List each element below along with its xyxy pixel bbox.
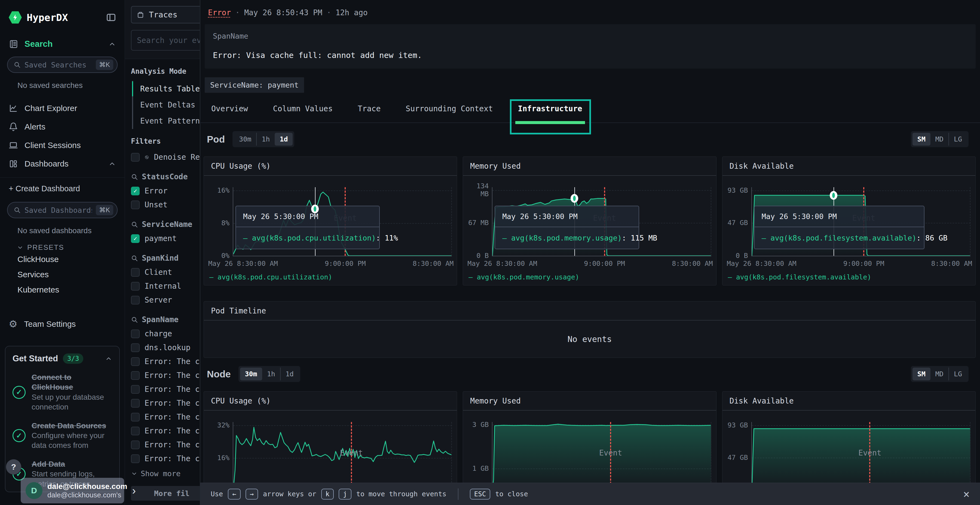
event-marker-label: Event xyxy=(599,448,622,457)
preset-clickhouse[interactable]: ClickHouse xyxy=(18,252,125,267)
saved-searches-input[interactable]: ⌘K xyxy=(7,57,118,73)
checkbox[interactable] xyxy=(131,268,140,277)
tab-surrounding-context[interactable]: Surrounding Context xyxy=(406,104,493,122)
filter-option[interactable]: Error: The cr xyxy=(125,354,200,368)
sidebar-item-client-sessions[interactable]: Client Sessions xyxy=(0,136,125,154)
get-started-step[interactable]: ✓Create Data SourcesConfigure where your… xyxy=(13,421,112,451)
analysis-mode-event-deltas[interactable]: Event Deltas xyxy=(132,97,200,113)
filter-option[interactable]: Error: The cr xyxy=(125,438,200,452)
filter-option[interactable]: Error: The cr xyxy=(125,452,200,465)
sidebar-item-search[interactable]: Search xyxy=(0,24,125,49)
preset-kubernetes[interactable]: Kubernetes xyxy=(18,282,125,297)
denoise-filter[interactable]: Denoise Re xyxy=(125,150,200,164)
x-axis-tick: 9:00:00 PM xyxy=(584,260,625,267)
checkbox[interactable]: ✓ xyxy=(131,187,140,195)
tab-column-values[interactable]: Column Values xyxy=(273,104,332,122)
filter-option[interactable]: Error: The cr xyxy=(125,382,200,396)
denoise-checkbox[interactable] xyxy=(131,153,140,162)
get-started-header[interactable]: Get Started 3/3 xyxy=(13,353,112,364)
tab-overview[interactable]: Overview xyxy=(211,104,248,122)
checkbox[interactable] xyxy=(131,357,140,366)
presets-toggle[interactable]: PRESETS xyxy=(17,243,125,252)
j-key[interactable]: j xyxy=(339,489,351,500)
event-search-input[interactable] xyxy=(131,30,200,51)
filter-option[interactable]: ✓payment xyxy=(125,232,200,245)
esc-key[interactable]: ESC xyxy=(470,489,490,500)
close-icon[interactable]: × xyxy=(963,488,970,500)
saved-dashboards-input[interactable]: ⌘K xyxy=(7,202,118,218)
tab-trace[interactable]: Trace xyxy=(358,104,380,122)
filter-option[interactable]: Unset xyxy=(125,198,200,212)
get-started-step[interactable]: ✓Connect to ClickHouseSet up your databa… xyxy=(13,373,112,412)
checkbox[interactable] xyxy=(131,440,140,449)
filter-option[interactable]: Error: The cr xyxy=(125,368,200,382)
arrow-right-key[interactable]: → xyxy=(245,489,258,500)
filter-group-label: StatusCode xyxy=(142,172,188,181)
show-more-button[interactable]: Show more xyxy=(125,465,200,478)
chart-title: Disk Available xyxy=(722,392,975,411)
more-filters-button[interactable]: More fil xyxy=(131,486,200,501)
infrastructure-content: Pod 30m1h1d SMMDLG CPU Usage (%)16%8%0%E… xyxy=(200,131,980,505)
user-menu[interactable]: D dale@clickhouse.com dale@clickhouse.co… xyxy=(21,478,124,503)
segment-option-30m[interactable]: 30m xyxy=(234,133,256,146)
service-name-chip[interactable]: ServiceName: payment xyxy=(205,77,304,93)
segment-option-md[interactable]: MD xyxy=(931,368,948,380)
segment-option-sm[interactable]: SM xyxy=(913,133,931,146)
collapse-sidebar-icon[interactable] xyxy=(106,12,116,23)
source-select[interactable]: Traces xyxy=(131,6,200,24)
filter-option[interactable]: Server xyxy=(125,293,200,307)
k-key[interactable]: k xyxy=(321,489,334,500)
sidebar-item-dashboards[interactable]: Dashboards xyxy=(0,154,125,173)
filter-option[interactable]: Error: The cr xyxy=(125,424,200,438)
filter-option[interactable]: ✓Error xyxy=(125,184,200,198)
saved-dashboards-field[interactable] xyxy=(24,206,92,214)
filter-option[interactable]: Internal xyxy=(125,279,200,293)
segment-option-1h[interactable]: 1h xyxy=(262,368,280,380)
event-search-field[interactable] xyxy=(137,36,200,45)
filter-option[interactable]: Client xyxy=(125,265,200,279)
segment-option-md[interactable]: MD xyxy=(931,133,948,146)
analysis-mode-results-table[interactable]: Results Table xyxy=(132,81,200,97)
checkbox[interactable] xyxy=(131,427,140,435)
segment-option-1d[interactable]: 1d xyxy=(280,368,299,380)
saved-searches-field[interactable] xyxy=(24,61,92,69)
nav-label: Team Settings xyxy=(24,319,76,329)
filter-option[interactable]: Error: The cr xyxy=(125,410,200,424)
checkbox[interactable] xyxy=(131,371,140,380)
sidebar-item-chart-explorer[interactable]: Chart Explorer xyxy=(0,99,125,118)
help-button[interactable]: ? xyxy=(6,459,21,475)
segment-option-1h[interactable]: 1h xyxy=(256,133,275,146)
checkbox[interactable] xyxy=(131,399,140,408)
checkbox[interactable] xyxy=(131,454,140,463)
chevron-up-icon[interactable] xyxy=(105,355,112,362)
sidebar-item-alerts[interactable]: Alerts xyxy=(0,118,125,136)
checkbox[interactable] xyxy=(131,329,140,338)
segment-option-1d[interactable]: 1d xyxy=(275,133,293,146)
checkbox[interactable] xyxy=(131,385,140,394)
checkbox[interactable] xyxy=(131,200,140,209)
checkbox[interactable] xyxy=(131,413,140,421)
create-dashboard-button[interactable]: + Create Dashboard xyxy=(0,178,125,194)
filter-option[interactable]: Error: The cr xyxy=(125,396,200,410)
filter-option[interactable]: dns.lookup xyxy=(125,341,200,354)
arrow-left-key[interactable]: ← xyxy=(228,489,240,500)
chevron-up-icon[interactable] xyxy=(108,40,116,48)
checkbox[interactable] xyxy=(131,296,140,305)
segment-option-lg[interactable]: LG xyxy=(948,368,967,380)
denoise-sphere-icon xyxy=(145,153,149,161)
hint-text: Use xyxy=(211,490,223,498)
nav-label: Alerts xyxy=(24,122,116,132)
preset-services[interactable]: Services xyxy=(18,267,125,282)
chevron-up-icon[interactable] xyxy=(108,160,116,168)
checkbox[interactable]: ✓ xyxy=(131,234,140,243)
checkbox[interactable] xyxy=(131,343,140,352)
segment-option-sm[interactable]: SM xyxy=(913,368,931,380)
segment-option-lg[interactable]: LG xyxy=(948,133,967,146)
analysis-mode-event-patterns[interactable]: Event Patterns xyxy=(132,113,200,129)
sidebar-item-team-settings[interactable]: ⚙ Team Settings xyxy=(0,314,125,334)
filter-option[interactable]: charge xyxy=(125,327,200,341)
y-axis-tick: 32% xyxy=(208,421,229,429)
segment-option-30m[interactable]: 30m xyxy=(240,368,262,380)
tab-infrastructure[interactable]: Infrastructure xyxy=(518,104,582,122)
checkbox[interactable] xyxy=(131,282,140,291)
